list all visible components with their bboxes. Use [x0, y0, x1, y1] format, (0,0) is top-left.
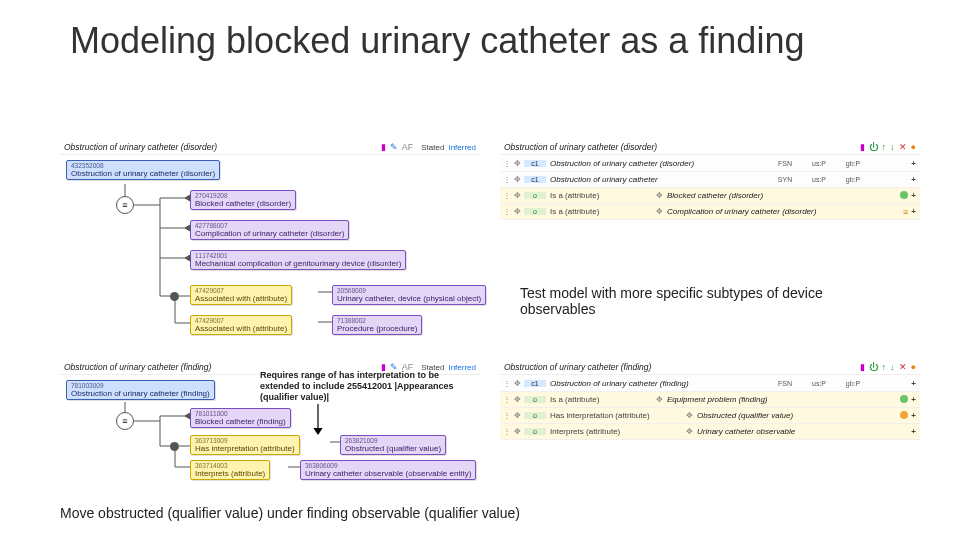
arrow-up-icon[interactable]: ↑ [882, 142, 887, 152]
role-group-dot [170, 442, 179, 451]
dot-icon[interactable]: ● [911, 362, 916, 372]
value-box: 263821009 Obstructed (qualifier value) [340, 435, 446, 455]
page-title: Modeling blocked urinary catheter as a f… [70, 20, 804, 61]
parent-concept: 270419208 Blocked catheter (disorder) [190, 190, 296, 210]
parent-concept: 427788007 Complication of urinary cathet… [190, 220, 349, 240]
mid-annotation: Test model with more specific subtypes o… [520, 285, 880, 317]
panel-tl-header: Obstruction of urinary catheter (disorde… [60, 140, 480, 155]
attribute-box: 47429007 Associated with (attribute) [190, 285, 292, 305]
arrow-up-icon[interactable]: ↑ [882, 362, 887, 372]
arrow-down-icon[interactable]: ↓ [890, 362, 895, 372]
table-row: ⋮ ✥o Interprets (attribute) ✥ Urinary ca… [500, 424, 920, 440]
panel-top-right: Obstruction of urinary catheter (disorde… [500, 140, 920, 250]
table-row: ⋮ ✥o Is a (attribute) ✥ Equipment proble… [500, 392, 920, 408]
table-row: ⋮ ✥c1 Obstruction of urinary catheter SY… [500, 172, 920, 188]
value-box: 363806009 Urinary catheter observable (o… [300, 460, 476, 480]
book-icon[interactable]: ▮ [381, 142, 386, 152]
panel-tr-header: Obstruction of urinary catheter (disorde… [500, 140, 920, 155]
panel-top-left: Obstruction of urinary catheter (disorde… [60, 140, 480, 350]
book-icon[interactable]: ▮ [860, 142, 865, 152]
value-box: 20568009 Urinary catheter, device (physi… [332, 285, 486, 305]
attribute-box: 363713009 Has interpretation (attribute) [190, 435, 300, 455]
book-icon[interactable]: ▮ [860, 362, 865, 372]
table-row: ⋮ ✥c1 Obstruction of urinary catheter (d… [500, 156, 920, 172]
small-annotation: Requires range of has interpretation to … [260, 370, 480, 402]
panel-tr-title: Obstruction of urinary catheter (disorde… [504, 142, 856, 152]
annotation-arrow [290, 402, 350, 442]
edit-icon[interactable]: ✎ [390, 142, 398, 152]
attribute-box: 363714003 Interprets (attribute) [190, 460, 270, 480]
parent-concept: 111742001 Mechanical complication of gen… [190, 250, 406, 270]
power-icon[interactable]: ⏻ [869, 142, 878, 152]
table-row: ⋮ ✥o Has interpretation (attribute) ✥ Ob… [500, 408, 920, 424]
close-icon[interactable]: ✕ [899, 142, 907, 152]
equivalence-icon: ≡ [116, 196, 134, 214]
root-concept: 432352008 Obstruction of urinary cathete… [66, 160, 220, 180]
parent-concept: 781011000 Blocked catheter (finding) [190, 408, 291, 428]
dot-icon[interactable]: ● [911, 142, 916, 152]
root-concept: 781003009 Obstruction of urinary cathete… [66, 380, 215, 400]
table-row: ⋮ ✥o Is a (attribute) ✥ Complication of … [500, 204, 920, 220]
panel-bottom-right: Obstruction of urinary catheter (finding… [500, 360, 920, 470]
table-row: ⋮ ✥o Is a (attribute) ✥ Blocked catheter… [500, 188, 920, 204]
equivalence-icon: ≡ [116, 412, 134, 430]
attribute-box: 47429007 Associated with (attribute) [190, 315, 292, 335]
panel-br-header: Obstruction of urinary catheter (finding… [500, 360, 920, 375]
bottom-annotation: Move obstructed (qualifier value) under … [60, 505, 520, 521]
stated-toggle[interactable]: Stated [421, 143, 444, 152]
power-icon[interactable]: ⏻ [869, 362, 878, 372]
table-row: ⋮ ✥c1 Obstruction of urinary catheter (f… [500, 376, 920, 392]
af-label: AF [402, 142, 414, 152]
inferred-toggle[interactable]: Inferred [448, 143, 476, 152]
close-icon[interactable]: ✕ [899, 362, 907, 372]
panel-tl-title: Obstruction of urinary catheter (disorde… [64, 142, 377, 152]
panel-br-title: Obstruction of urinary catheter (finding… [504, 362, 856, 372]
arrow-down-icon[interactable]: ↓ [890, 142, 895, 152]
value-box: 71388002 Procedure (procedure) [332, 315, 422, 335]
role-group-dot [170, 292, 179, 301]
